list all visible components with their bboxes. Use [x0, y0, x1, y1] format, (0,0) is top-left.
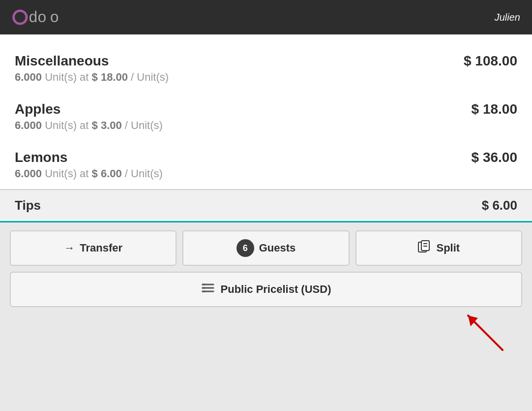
item-name-miscellaneous: Miscellaneous	[15, 53, 109, 69]
order-item-miscellaneous[interactable]: Miscellaneous $ 108.00 6.000 Unit(s) at …	[15, 44, 517, 93]
pricelist-label: Public Pricelist (USD)	[221, 283, 331, 296]
action-buttons-row: → Transfer 6 Guests	[10, 230, 522, 266]
tips-amount: $ 6.00	[482, 198, 517, 213]
item-detail-apples: 6.000 Unit(s) at $ 3.00 / Unit(s)	[15, 119, 517, 132]
odoo-logo: d o o	[12, 6, 71, 29]
svg-text:o: o	[50, 8, 59, 26]
actions-area: → Transfer 6 Guests	[0, 222, 532, 313]
item-detail-miscellaneous: 6.000 Unit(s) at $ 18.00 / Unit(s)	[15, 71, 517, 84]
app-header: d o o Julien	[0, 0, 532, 34]
item-detail-lemons: 6.000 Unit(s) at $ 6.00 / Unit(s)	[15, 167, 517, 180]
item-price-lemons: $ 36.00	[472, 150, 517, 165]
item-name-apples: Apples	[15, 101, 60, 117]
tips-row: Tips $ 6.00	[0, 189, 532, 222]
guests-count-badge: 6	[236, 239, 254, 257]
transfer-button[interactable]: → Transfer	[10, 230, 177, 266]
split-button[interactable]: Split	[355, 230, 522, 266]
guests-button[interactable]: 6 Guests	[182, 230, 349, 266]
guests-count: 6	[243, 243, 248, 253]
guests-label: Guests	[259, 242, 296, 254]
order-item-lemons[interactable]: Lemons $ 36.00 6.000 Unit(s) at $ 6.00 /…	[15, 141, 517, 189]
tips-label: Tips	[15, 198, 41, 213]
split-label: Split	[436, 242, 460, 254]
transfer-icon: →	[64, 242, 75, 254]
user-name: Julien	[495, 12, 520, 23]
item-price-apples: $ 18.00	[472, 101, 517, 117]
item-price-miscellaneous: $ 108.00	[464, 53, 517, 69]
item-name-lemons: Lemons	[15, 150, 67, 165]
order-item-apples[interactable]: Apples $ 18.00 6.000 Unit(s) at $ 3.00 /…	[15, 93, 517, 141]
transfer-label: Transfer	[80, 242, 122, 254]
svg-text:d: d	[29, 8, 37, 26]
svg-point-0	[14, 11, 27, 24]
pricelist-button[interactable]: Public Pricelist (USD)	[10, 272, 522, 307]
order-list: Miscellaneous $ 108.00 6.000 Unit(s) at …	[0, 34, 532, 189]
split-icon	[417, 240, 431, 256]
svg-text:o: o	[38, 8, 46, 26]
pricelist-icon	[201, 281, 215, 298]
